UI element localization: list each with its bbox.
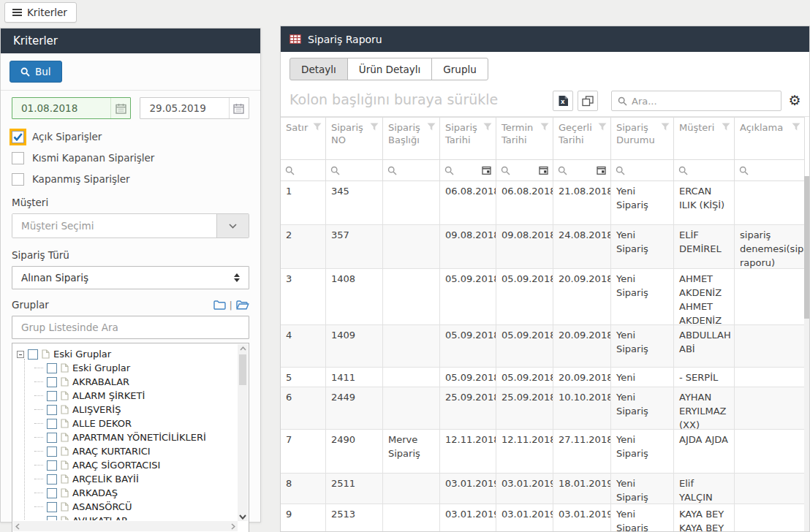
column-header-4[interactable]: Termin Tarihi [496, 118, 553, 159]
tree-checkbox[interactable] [47, 516, 57, 521]
tab-detayl-[interactable]: Detaylı [289, 58, 348, 80]
tree-item[interactable]: AKRABALAR [17, 375, 237, 389]
date-to-input[interactable] [140, 98, 228, 118]
tree-item[interactable]: ALIŞVERİŞ [17, 403, 237, 417]
table-row[interactable]: 235709.08.201809.08.201824.08.2018Yeni S… [281, 225, 805, 269]
collapse-expander-icon[interactable] [17, 351, 24, 358]
filter-funnel-icon[interactable] [722, 123, 730, 131]
collapse-folders-icon[interactable] [213, 300, 226, 310]
filter-funnel-icon[interactable] [313, 123, 322, 131]
calendar-icon[interactable] [539, 166, 548, 175]
tree-root-item[interactable]: Eski Gruplar [17, 347, 237, 361]
filter-cell-0[interactable] [281, 159, 326, 181]
tree-item[interactable]: APARTMAN YÖNETİCİLİKLERİ [17, 430, 237, 444]
tree-item[interactable]: ALARM ŞİRKETİ [17, 389, 237, 403]
table-row[interactable]: 9251303.01.201903.01.201903.01.2019Yeni … [281, 504, 805, 532]
filter-cell-8[interactable] [735, 159, 805, 181]
find-button[interactable]: Bul [10, 61, 62, 83]
tree-item[interactable]: ALLE DEKOR [17, 417, 237, 430]
table-row[interactable]: 3140805.09.201805.09.201820.09.2018Yeni … [281, 269, 805, 325]
kriterler-toggle-button[interactable]: Kriterler [4, 2, 77, 23]
scroll-up-icon[interactable] [238, 344, 248, 353]
tree-checkbox[interactable] [47, 377, 57, 387]
calendar-icon[interactable] [110, 98, 131, 118]
search-icon[interactable] [285, 166, 295, 175]
scrollbar-thumb[interactable] [804, 176, 809, 319]
checkbox-row-2[interactable]: Kapanmış Siparişler [12, 172, 249, 186]
filter-funnel-icon[interactable] [483, 123, 492, 131]
customer-select-input[interactable] [12, 214, 216, 238]
grid-vertical-scrollbar[interactable] [804, 176, 809, 531]
filter-funnel-icon[interactable] [427, 123, 436, 131]
table-row[interactable]: 5141105.09.201805.09.201820.09.2018Yeni … [281, 368, 805, 387]
table-row[interactable]: 6244925.09.201825.09.201810.10.2018Yeni … [281, 387, 805, 430]
filter-cell-2[interactable] [383, 159, 440, 181]
filter-funnel-icon[interactable] [792, 123, 800, 131]
tree-checkbox[interactable] [47, 405, 57, 415]
search-icon[interactable] [501, 166, 510, 175]
table-row[interactable]: 8251103.01.201903.01.201918.01.2019Yeni … [281, 474, 805, 504]
filter-funnel-icon[interactable] [661, 123, 670, 131]
tree-horizontal-scrollbar[interactable] [13, 521, 238, 531]
table-row[interactable]: 134506.08.201806.08.201821.08.2018Yeni S… [281, 181, 805, 225]
scroll-right-icon[interactable] [231, 523, 235, 530]
tree-checkbox[interactable] [47, 488, 57, 498]
scroll-down-icon[interactable] [238, 512, 248, 521]
expand-folders-icon[interactable] [236, 300, 249, 310]
filter-cell-3[interactable] [440, 159, 496, 181]
export-excel-button[interactable]: x [553, 91, 573, 111]
filter-funnel-icon[interactable] [540, 123, 549, 131]
tree-checkbox[interactable] [47, 502, 57, 512]
column-header-5[interactable]: Geçerli Tarihi [553, 118, 611, 159]
tab--r-n-detayl-[interactable]: Ürün Detaylı [347, 58, 433, 80]
scrollbar-thumb[interactable] [239, 354, 246, 385]
search-icon[interactable] [739, 166, 749, 175]
column-chooser-button[interactable] [578, 91, 598, 111]
checkbox-box[interactable] [12, 131, 24, 143]
table-row[interactable]: 72490Merve Sipariş12.11.201812.11.201827… [281, 430, 805, 474]
calendar-icon[interactable] [597, 166, 606, 175]
tree-checkbox[interactable] [28, 349, 38, 360]
search-icon[interactable] [558, 166, 567, 175]
checkbox-row-1[interactable]: Kısmi Kapanan Siparişler [12, 151, 249, 164]
filter-funnel-icon[interactable] [370, 123, 379, 131]
tree-checkbox[interactable] [47, 391, 57, 401]
grid-search-input[interactable] [632, 96, 781, 107]
column-header-8[interactable]: Açıklama [735, 118, 805, 159]
tree-vertical-scrollbar[interactable] [238, 344, 248, 521]
group-search-input[interactable] [12, 316, 249, 339]
tree-checkbox[interactable] [47, 363, 57, 373]
date-from-input[interactable] [12, 98, 110, 118]
search-icon[interactable] [678, 166, 688, 175]
filter-cell-1[interactable] [326, 159, 383, 181]
tree-item[interactable]: ARAÇ KURTARICI [17, 444, 237, 458]
column-header-6[interactable]: Sipariş Durumu [611, 118, 674, 159]
checkbox-box[interactable] [12, 173, 24, 186]
chevron-down-icon[interactable] [216, 214, 249, 238]
filter-cell-4[interactable] [496, 159, 553, 181]
order-type-select[interactable]: Alınan Sipariş [12, 266, 249, 289]
search-icon[interactable] [616, 166, 625, 175]
tree-checkbox[interactable] [47, 446, 57, 457]
tree-item[interactable]: ASANSÖRCÜ [17, 500, 237, 514]
column-header-7[interactable]: Müşteri [674, 118, 735, 159]
column-header-0[interactable]: Satır [281, 118, 326, 159]
filter-cell-5[interactable] [553, 159, 611, 181]
search-icon[interactable] [387, 166, 397, 175]
tree-checkbox[interactable] [47, 460, 57, 471]
tree-checkbox[interactable] [47, 474, 57, 484]
filter-funnel-icon[interactable] [598, 123, 607, 131]
filter-cell-7[interactable] [674, 159, 735, 181]
table-row[interactable]: 4140905.09.201805.09.201820.09.2018Yeni … [281, 325, 805, 368]
filter-cell-6[interactable] [611, 159, 674, 181]
tree-item[interactable]: Eski Gruplar [17, 361, 237, 375]
tree-item[interactable]: ARÇELİK BAYİİ [17, 472, 237, 486]
tree-checkbox[interactable] [47, 419, 57, 429]
column-header-1[interactable]: Sipariş NO [326, 118, 383, 159]
column-header-3[interactable]: Sipariş Tarihi [440, 118, 496, 159]
tree-item[interactable]: ARAÇ SİGORTACISI [17, 458, 237, 472]
tab-gruplu[interactable]: Gruplu [431, 58, 488, 80]
search-icon[interactable] [330, 166, 340, 175]
checkbox-box[interactable] [12, 152, 24, 164]
calendar-icon[interactable] [229, 98, 249, 118]
